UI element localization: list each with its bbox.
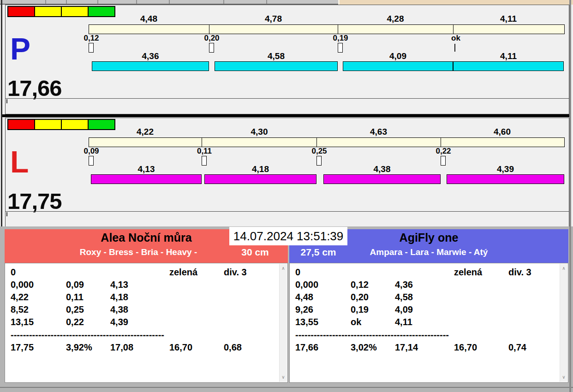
changeover-ok-marker — [454, 44, 455, 52]
changeover-time-label: 0,25 — [300, 147, 339, 155]
table-cell: 0 — [295, 266, 300, 279]
split-time-label: 4,48 — [89, 15, 209, 23]
table-row: 9,260,194,09 — [290, 303, 560, 316]
table-row: 0,0000,094,13 — [5, 279, 279, 291]
changeover-marker — [202, 156, 207, 166]
split-time-label: 4,30 — [202, 128, 317, 136]
panel-divider — [2, 114, 570, 117]
table-cell: 4,11 — [395, 316, 412, 328]
run-time-label: 4,39 — [447, 165, 564, 173]
table-summary-row: 17,663,02%17,1416,700,74 — [290, 341, 560, 354]
lane-p-panel: P 17,66 4,480,124,364,780,204,584,280,19… — [5, 5, 569, 114]
team-right-scrollbar[interactable]: ∧ ∨ — [560, 264, 567, 382]
changeover-time-label: 0,19 — [321, 34, 360, 42]
timing-app-window: P 17,66 4,480,124,364,780,204,584,280,19… — [0, 0, 573, 392]
table-cell: 0,22 — [66, 316, 84, 328]
summary-cell: 3,92% — [66, 341, 92, 354]
table-cell: 0,000 — [295, 279, 318, 291]
table-cell: 0,20 — [351, 291, 369, 303]
table-cell: zelená — [169, 266, 197, 279]
table-cell: div. 3 — [508, 266, 531, 279]
table-row: 13,150,224,39 — [5, 316, 279, 328]
run-time-bar — [215, 61, 338, 71]
run-time-label: 4,58 — [215, 52, 338, 60]
split-time-label: 4,11 — [453, 15, 564, 23]
summary-cell: 17,66 — [295, 341, 318, 354]
lane-p-letter: P — [10, 34, 30, 64]
toolbar-divider — [45, 0, 46, 4]
table-row: 0,0000,124,36 — [290, 279, 560, 291]
changeover-time-label: 0,20 — [192, 34, 231, 42]
run-time-bar — [343, 61, 453, 71]
table-row: 4,220,114,18 — [5, 291, 279, 303]
table-cell: 4,36 — [395, 279, 413, 291]
lane-p-timeline-strip — [6, 98, 569, 108]
team-left-members: Roxy - Bress - Bria - Heavy - — [14, 248, 263, 257]
summary-cell: 16,70 — [169, 341, 192, 354]
split-time-label: 4,28 — [338, 15, 453, 23]
split-time-bar — [89, 24, 565, 34]
changeover-time-label: 0,22 — [424, 147, 463, 155]
run-time-label: 4,18 — [204, 165, 316, 173]
changeover-time-label: ok — [436, 34, 475, 42]
table-cell: 4,18 — [110, 291, 128, 303]
summary-cell: 16,70 — [454, 341, 477, 354]
table-cell: 13,55 — [295, 316, 318, 328]
table-row: 0zelenádiv. 3 — [290, 266, 560, 279]
timeline-tick — [6, 99, 7, 103]
run-time-bar — [91, 174, 202, 184]
changeover-marker — [338, 43, 343, 53]
lane-l-timeline-strip — [6, 211, 569, 221]
scroll-down-icon[interactable]: ∨ — [560, 374, 567, 381]
changeover-marker — [89, 156, 94, 166]
changeover-marker — [441, 156, 446, 166]
table-cell: 4,22 — [11, 291, 29, 303]
run-time-label: 4,36 — [92, 52, 209, 60]
team-right-results-table: 0zelenádiv. 30,0000,124,364,480,204,589,… — [289, 263, 568, 383]
table-cell: 8,52 — [11, 303, 29, 316]
changeover-time-label: 0,09 — [72, 147, 111, 155]
team-left-scrollbar[interactable]: ∧ ∨ — [279, 264, 287, 382]
split-bar-divider — [453, 24, 454, 34]
table-cell: 4,48 — [295, 291, 313, 303]
split-bar-divider — [202, 137, 202, 147]
table-separator: ----------------------------------------… — [295, 330, 526, 339]
summary-cell: 0,74 — [508, 341, 526, 354]
top-toolbar-strip[interactable] — [0, 0, 573, 5]
table-cell: 0,000 — [11, 279, 34, 291]
traffic-red-cell — [8, 120, 35, 129]
table-row: 13,55ok4,11 — [290, 316, 560, 328]
split-bar-divider — [338, 24, 338, 34]
team-left-panel: Alea Noční můra Roxy - Bress - Bria - He… — [5, 229, 288, 383]
split-time-label: 4,63 — [316, 128, 441, 136]
team-left-height-class: 30 cm — [230, 247, 281, 258]
table-row: 0zelenádiv. 3 — [5, 266, 279, 279]
scroll-up-icon[interactable]: ∧ — [560, 265, 567, 272]
team-right-table-body[interactable]: 0zelenádiv. 30,0000,124,364,480,204,589,… — [290, 263, 560, 382]
split-time-label: 4,60 — [441, 128, 564, 136]
split-bar-divider — [316, 137, 317, 147]
toolbar-tan-notch — [338, 0, 340, 5]
lane-l-letter: L — [10, 147, 29, 177]
scroll-down-icon[interactable]: ∨ — [280, 374, 287, 381]
run-time-label: 4,38 — [323, 165, 441, 173]
run-time-label: 4,13 — [91, 165, 202, 173]
team-right-panel: AgiFly one Ampara - Lara - Marwie - Atý … — [289, 229, 568, 383]
traffic-yellow-cell — [35, 120, 62, 129]
table-summary-row: 17,753,92%17,0816,700,68 — [5, 341, 279, 354]
table-cell: 4,13 — [110, 279, 128, 291]
lane-l-total-time: 17,75 — [7, 188, 62, 214]
run-time-bar — [92, 61, 209, 71]
table-separator: ----------------------------------------… — [11, 330, 241, 339]
team-left-results-table: 0zelenádiv. 30,0000,094,134,220,114,188,… — [5, 263, 288, 383]
toolbar-divider — [266, 0, 267, 4]
team-left-table-body[interactable]: 0zelenádiv. 30,0000,094,134,220,114,188,… — [5, 263, 279, 382]
run-time-bar — [323, 174, 441, 184]
split-bar-divider — [209, 24, 209, 34]
toolbar-tan-area — [340, 0, 573, 5]
changeover-time-label: 0,11 — [185, 147, 224, 155]
lane-l-bars: 4,220,094,134,300,114,184,630,254,384,60… — [89, 118, 565, 210]
table-cell: 0 — [11, 266, 16, 279]
scroll-up-icon[interactable]: ∧ — [280, 265, 287, 272]
toolbar-divider — [66, 0, 67, 4]
